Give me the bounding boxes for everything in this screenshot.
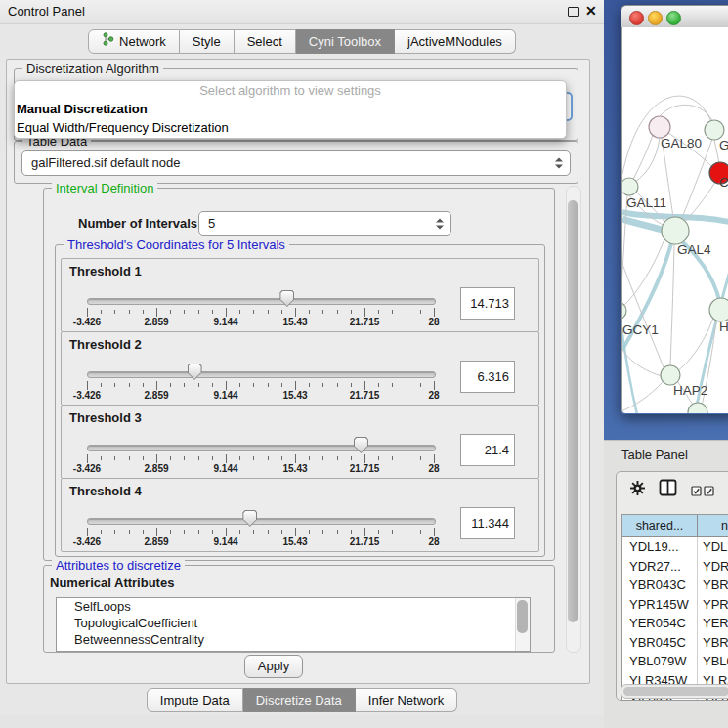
tick-mark (351, 383, 352, 387)
numerical-attributes-list[interactable]: SelfLoopsTopologicalCoefficientBetweenne… (56, 597, 531, 652)
gear-icon[interactable] (630, 481, 645, 498)
cell-shared-name[interactable]: YER054C (622, 614, 697, 633)
tick-mark (351, 310, 352, 314)
network-edge[interactable] (622, 382, 663, 411)
tab-style[interactable]: Style (180, 29, 235, 54)
network-edge[interactable] (623, 241, 664, 306)
network-canvas[interactable]: GAL80GACGAL11GAL4GCY1HHAP2 (621, 27, 728, 413)
network-edge[interactable] (670, 244, 674, 365)
network-node[interactable] (649, 116, 670, 138)
attributes-group-title: Attributes to discretize (52, 558, 185, 573)
tab-select[interactable]: Select (235, 29, 296, 54)
slider-track[interactable] (87, 518, 436, 525)
slider-handle[interactable] (188, 364, 202, 380)
column-header-name[interactable]: na (698, 515, 728, 537)
attribute-list-item[interactable]: SelfLoops (57, 598, 530, 615)
table-data-combo[interactable]: galFiltered.sif default node (21, 150, 571, 176)
tick-mark (226, 528, 227, 536)
cell-shared-name[interactable]: YBR043C (622, 576, 697, 595)
tick-mark (239, 310, 240, 314)
list-scrollbar[interactable] (515, 598, 530, 651)
network-edge[interactable] (633, 135, 653, 180)
network-edge[interactable] (678, 318, 713, 370)
slider-track[interactable] (87, 298, 436, 305)
tick-mark (129, 456, 130, 460)
tick-mark (407, 530, 407, 534)
tick-mark (392, 456, 393, 460)
threshold-value-field[interactable]: 21.4 (460, 434, 515, 466)
tick-label: 21.715 (335, 536, 394, 547)
network-node[interactable] (662, 217, 689, 244)
slider-handle[interactable] (354, 437, 368, 453)
panel-scrollbar[interactable] (566, 186, 581, 653)
slider-track[interactable] (87, 371, 436, 378)
network-node[interactable] (709, 298, 728, 321)
network-node[interactable] (705, 120, 724, 140)
cell-name[interactable]: YBR0 (697, 576, 728, 595)
threshold-value-field[interactable]: 6.316 (460, 361, 515, 393)
slider-tick-labels: -3.4262.8599.14415.4321.71528 (87, 390, 435, 402)
threshold-value-field[interactable]: 14.713 (460, 287, 515, 320)
table-row[interactable]: YBL079WYBL0 (622, 652, 728, 671)
apply-button[interactable]: Apply (244, 655, 303, 678)
slider-handle[interactable] (242, 510, 257, 527)
cell-shared-name[interactable]: YPR145W (622, 595, 697, 615)
column-header-shared-name[interactable]: shared... (622, 515, 698, 537)
slider-tick-labels: -3.4262.8599.14415.4321.71528 (87, 317, 435, 328)
slider-handle[interactable] (279, 290, 294, 307)
checkbox-icon[interactable] (704, 485, 714, 499)
network-node[interactable] (622, 178, 638, 195)
cell-name[interactable]: YDL1 (697, 537, 728, 557)
threshold-label: Threshold 4 (69, 484, 142, 498)
split-columns-icon[interactable] (659, 479, 677, 499)
zoom-traffic-light[interactable] (666, 11, 681, 25)
table-horizontal-scrollbar[interactable] (621, 684, 728, 699)
close-icon[interactable]: ✕ (585, 3, 597, 19)
network-edge[interactable] (635, 138, 660, 182)
cell-name[interactable]: YER0 (697, 614, 728, 633)
network-edge[interactable] (660, 105, 712, 121)
table-row[interactable]: YPR145WYPR1 (622, 595, 728, 615)
network-node[interactable] (622, 302, 626, 320)
table-row[interactable]: YBR045CYBR0 (622, 633, 728, 653)
tab-network[interactable]: Network (88, 29, 180, 54)
float-window-icon[interactable] (568, 7, 579, 17)
cell-shared-name[interactable]: YDL19... (622, 537, 697, 557)
table-row[interactable]: YDR27...YDR2 (622, 557, 728, 577)
threshold-value-field[interactable]: 11.344 (460, 507, 515, 539)
scrollbar-thumb[interactable] (623, 687, 728, 696)
node-table[interactable]: shared... na YDL19...YDL1YDR27...YDR2YBR… (621, 514, 728, 701)
minimize-traffic-light[interactable] (648, 11, 663, 25)
popup-item-manual[interactable]: Manual Discretization (15, 100, 566, 118)
slider-track[interactable] (87, 445, 436, 451)
table-rows: YDL19...YDL1YDR27...YDR2YBR043CYBR0YPR14… (622, 537, 728, 701)
network-node[interactable] (661, 365, 680, 385)
cell-shared-name[interactable]: YBL079W (622, 652, 697, 671)
tick-mark (253, 530, 254, 534)
table-row[interactable]: YBR043CYBR0 (622, 576, 728, 595)
tick-mark (378, 383, 379, 387)
cell-shared-name[interactable]: YDR27... (622, 557, 697, 577)
checkbox-icon[interactable] (691, 485, 702, 499)
scrollbar-thumb[interactable] (568, 200, 578, 622)
cell-name[interactable]: YDR2 (697, 557, 728, 577)
tick-label: 15.43 (266, 463, 324, 474)
table-row[interactable]: YER054CYER0 (622, 614, 728, 633)
attribute-list-item[interactable]: TopologicalCoefficient (57, 615, 530, 631)
attribute-list-item[interactable]: BetweennessCentrality (57, 631, 530, 648)
cell-name[interactable]: YBR0 (697, 633, 728, 653)
close-traffic-light[interactable] (629, 11, 644, 25)
bottom-tab-impute-data[interactable]: Impute Data (147, 688, 243, 712)
cell-name[interactable]: YPR1 (697, 595, 728, 615)
tick-mark (420, 310, 421, 314)
popup-item-equal-width[interactable]: Equal Width/Frequency Discretization (15, 118, 566, 137)
tab-jactivemnodules[interactable]: jActiveMNodules (395, 29, 516, 54)
bottom-tab-discretize-data[interactable]: Discretize Data (243, 688, 356, 712)
bottom-tab-infer-network[interactable]: Infer Network (356, 688, 457, 712)
table-row[interactable]: YDL19...YDL1 (622, 537, 728, 557)
network-node[interactable] (688, 403, 707, 413)
tab-cyni-toolbox[interactable]: Cyni Toolbox (296, 29, 395, 54)
num-intervals-combo[interactable]: 5 (198, 211, 451, 236)
cell-shared-name[interactable]: YBR045C (622, 633, 697, 653)
cell-name[interactable]: YBL0 (697, 652, 728, 671)
